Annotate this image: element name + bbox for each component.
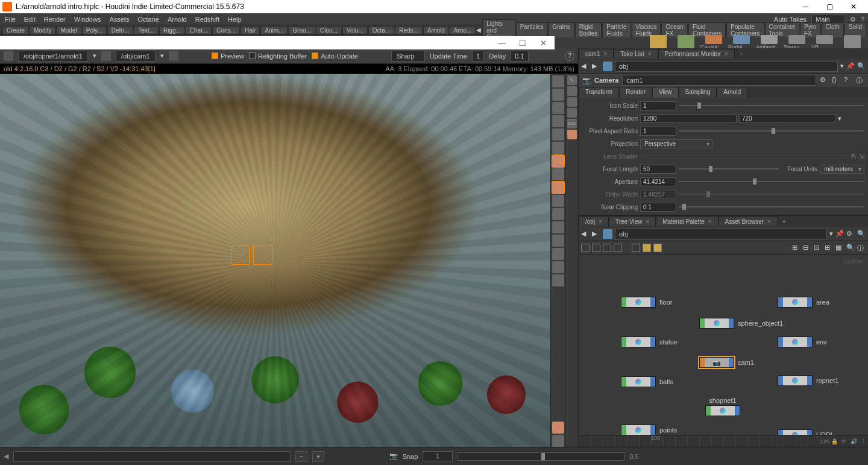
grid-icon[interactable]: ▦ (835, 244, 844, 252)
minimize-button[interactable]: ─ (793, 0, 817, 13)
near-clip-slider[interactable] (679, 203, 864, 211)
abc-icon[interactable]: abc (567, 119, 577, 128)
shelf-tab[interactable]: Create (2, 26, 29, 34)
shelf-tab[interactable]: Char... (186, 26, 212, 34)
focal-slider[interactable] (679, 165, 779, 173)
sticky-icon[interactable] (643, 244, 651, 252)
node-sphere_object1[interactable]: sphere_object1 (699, 318, 783, 329)
tab-obj[interactable]: /obj× (579, 217, 609, 226)
tool-icon[interactable] (552, 235, 564, 247)
menu-help[interactable]: Help (228, 16, 242, 23)
tab-takelist[interactable]: Take List× (614, 49, 658, 59)
menu-windows[interactable]: Windows (74, 16, 101, 23)
shelf-tab[interactable]: Reds... (395, 26, 423, 34)
nav-fwd-icon[interactable]: ▶ (592, 230, 600, 238)
param-path-field[interactable]: obj (615, 61, 838, 72)
code-icon[interactable]: {} (832, 76, 840, 84)
layout-icon[interactable]: ⊟ (803, 244, 811, 252)
network-path-field[interactable]: obj (615, 229, 827, 239)
tool-icon[interactable] (567, 97, 577, 107)
tool-icon[interactable] (552, 248, 564, 260)
tool-icon[interactable] (552, 422, 564, 434)
aperture-slider[interactable] (679, 177, 864, 186)
snap-frame-field[interactable]: 1 (423, 451, 453, 461)
layout-icon[interactable]: ⊞ (825, 244, 833, 252)
maximize-button[interactable]: ▢ (817, 0, 841, 13)
update-time-field[interactable]: 1 (472, 51, 484, 62)
shelf-tab[interactable]: Arno... (450, 26, 476, 34)
tab-arnold[interactable]: Arnold (717, 87, 747, 98)
shelf-tab[interactable]: Cons... (212, 26, 240, 34)
gear-icon[interactable]: ⚙ (820, 76, 828, 84)
netbox-icon[interactable] (653, 244, 662, 252)
par-field[interactable]: 1 (640, 127, 676, 136)
autoupdate-checkbox[interactable]: Auto-Update (312, 52, 358, 60)
timeline-slider[interactable] (13, 451, 291, 462)
tool-icon[interactable] (552, 435, 564, 447)
pin-icon[interactable] (567, 130, 577, 139)
zoom-in-button[interactable]: + (312, 451, 324, 462)
nav-fwd-icon[interactable]: ▶ (592, 62, 600, 71)
tool-icon[interactable] (552, 168, 564, 180)
tab-view[interactable]: View (652, 87, 679, 98)
shelf-tab[interactable]: Poly... (82, 26, 107, 34)
shelf-tab[interactable]: Hair (241, 26, 260, 34)
netview-icon[interactable] (592, 244, 600, 252)
rop-path-field[interactable]: /obj/ropnet1/arnold1 (18, 51, 88, 62)
node-shopnet1[interactable]: shopnet1 (705, 397, 740, 416)
menu-edit[interactable]: Edit (24, 16, 36, 23)
icon-scale-field[interactable]: 1 (640, 101, 676, 110)
shelf-tab[interactable]: Volu... (342, 26, 368, 34)
shelf-scroll-left[interactable]: ◀ (476, 27, 481, 33)
help-icon[interactable]: ? (844, 76, 852, 84)
chevron-down-icon[interactable]: ▾ (829, 230, 833, 238)
layout-icon[interactable]: ⊡ (814, 244, 822, 252)
exposure-slider[interactable] (458, 452, 624, 461)
shelf-tab[interactable]: Model (56, 26, 81, 34)
tool-icon[interactable] (552, 102, 564, 114)
menu-render[interactable]: Render (44, 16, 66, 23)
icon-scale-slider[interactable] (679, 101, 864, 110)
shelf-tab[interactable]: Text... (134, 26, 159, 34)
info-icon[interactable]: ⓘ (856, 76, 864, 84)
shelf-tab[interactable]: Anim... (260, 26, 288, 34)
info-icon[interactable]: ⓘ (857, 244, 866, 252)
menu-file[interactable]: File (5, 16, 16, 23)
chevron-down-icon[interactable]: ▾ (93, 52, 96, 60)
tool-icon[interactable] (552, 182, 564, 194)
pin-icon[interactable]: 📌 (846, 62, 855, 71)
focal-field[interactable]: 50 (640, 165, 676, 174)
node-env[interactable]: env (778, 337, 827, 347)
tool-icon[interactable] (567, 108, 577, 118)
camera-icon[interactable] (169, 51, 178, 61)
menu-assets[interactable]: Assets (109, 16, 129, 23)
tab-sampling[interactable]: Sampling (679, 87, 717, 98)
shelf-tab[interactable]: Rigg... (159, 26, 185, 34)
obj-icon[interactable] (603, 62, 612, 71)
preview-checkbox[interactable]: Preview (212, 52, 244, 60)
node-points[interactable]: points (621, 425, 677, 435)
op-picker-icon[interactable]: ⇲ (859, 153, 864, 160)
node-name-field[interactable]: cam1 (622, 75, 816, 86)
sub-minimize-button[interactable]: — (492, 37, 512, 49)
op-picker-icon[interactable]: ⇱ (851, 153, 857, 160)
settings-icon[interactable]: ⋮ (858, 438, 868, 444)
tab-assetbrowser[interactable]: Asset Browser× (719, 217, 778, 226)
zoom-out-button[interactable]: − (295, 451, 307, 462)
aa-mode-select[interactable]: Sharp (391, 51, 424, 62)
tab-matpalette[interactable]: Material Palette× (656, 217, 718, 226)
tab-transform[interactable]: Transform (579, 87, 619, 98)
snapshot-icon[interactable]: 📷 (389, 452, 398, 460)
near-clip-field[interactable]: 0.1 (640, 203, 676, 212)
shelf-tab[interactable]: Modify (30, 26, 55, 34)
lens-shader-field[interactable] (640, 155, 849, 157)
nav-back-icon[interactable]: ◀ (581, 230, 590, 238)
node-statue[interactable]: statue (621, 337, 678, 347)
node-balls[interactable]: balls (621, 376, 673, 387)
tool-icon[interactable] (567, 86, 577, 96)
netview-icon[interactable] (603, 244, 611, 252)
shelf-tab[interactable]: Defo... (107, 26, 133, 34)
res-preset-icon[interactable]: ▾ (838, 115, 841, 122)
tab-cam1[interactable]: cam1× (579, 49, 614, 59)
first-frame-icon[interactable]: ◀ (4, 452, 8, 460)
